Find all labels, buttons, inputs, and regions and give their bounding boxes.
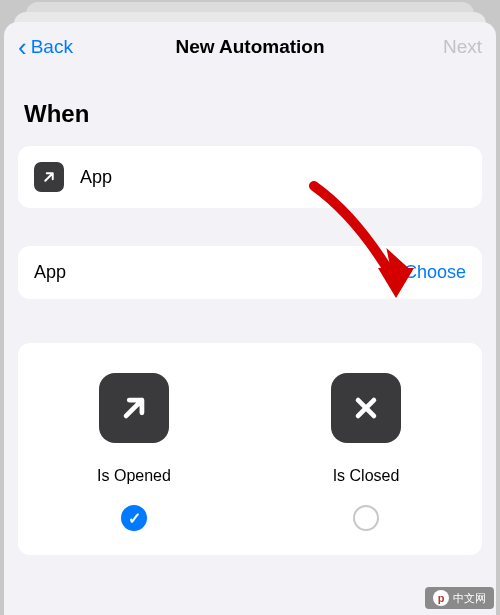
app-row-label: App: [34, 262, 66, 283]
closed-label: Is Closed: [333, 467, 400, 485]
content: When App App Choose Is Opened: [4, 100, 496, 555]
watermark-logo-icon: p: [433, 590, 449, 606]
trigger-row[interactable]: App: [18, 146, 482, 208]
close-x-icon: [331, 373, 401, 443]
next-button[interactable]: Next: [443, 36, 482, 58]
choose-button[interactable]: Choose: [404, 262, 466, 283]
option-is-opened[interactable]: Is Opened: [18, 373, 250, 531]
opened-label: Is Opened: [97, 467, 171, 485]
app-icon: [34, 162, 64, 192]
open-arrow-icon: [99, 373, 169, 443]
option-is-closed[interactable]: Is Closed: [250, 373, 482, 531]
modal-sheet: ‹ Back New Automation Next When App App …: [4, 22, 496, 615]
when-heading: When: [24, 100, 482, 128]
nav-bar: ‹ Back New Automation Next: [4, 22, 496, 72]
app-choose-row[interactable]: App Choose: [18, 246, 482, 299]
chevron-left-icon: ‹: [18, 34, 27, 60]
back-button[interactable]: ‹ Back: [18, 34, 73, 60]
options-card: Is Opened Is Closed: [18, 343, 482, 555]
watermark: p 中文网: [425, 587, 494, 609]
back-label: Back: [31, 36, 73, 58]
page-title: New Automation: [4, 36, 496, 58]
closed-radio[interactable]: [353, 505, 379, 531]
trigger-label: App: [80, 167, 112, 188]
opened-radio[interactable]: [121, 505, 147, 531]
watermark-text: 中文网: [453, 591, 486, 606]
